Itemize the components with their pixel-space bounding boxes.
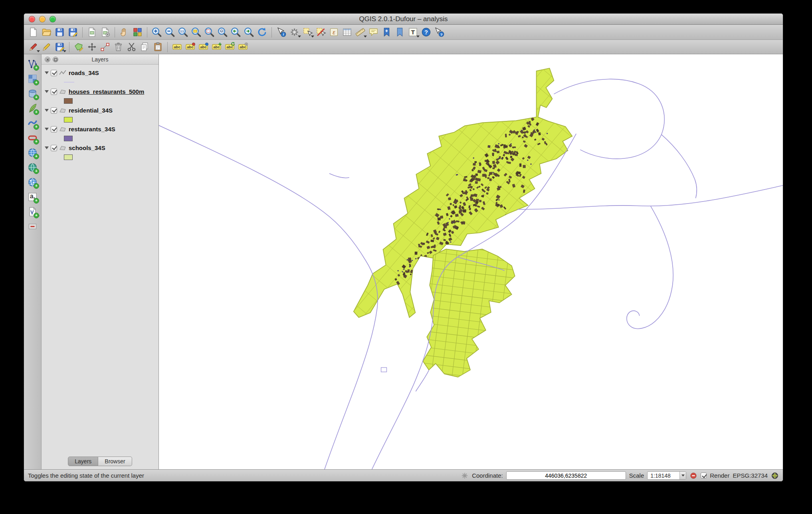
collapse-arrow-icon[interactable] — [45, 109, 49, 112]
layer-visibility-checkbox[interactable] — [51, 70, 57, 76]
layer-visibility-checkbox[interactable] — [51, 107, 57, 114]
new-project-icon[interactable] — [27, 26, 40, 38]
render-checkbox[interactable] — [701, 472, 707, 478]
node-tool-icon[interactable] — [99, 41, 111, 53]
select-features-icon[interactable] — [301, 26, 314, 38]
save-project-icon[interactable] — [53, 26, 66, 38]
layer-name[interactable]: restaurants_34S — [69, 126, 115, 132]
layer-name[interactable]: houses_restaurants_500m — [69, 88, 144, 95]
add-postgis-layer-icon[interactable] — [26, 87, 39, 100]
layer-visibility-checkbox[interactable] — [51, 126, 57, 132]
copy-features-icon[interactable] — [139, 41, 151, 53]
stop-rendering-icon[interactable] — [689, 472, 697, 480]
new-shapefile-layer-icon[interactable] — [26, 205, 39, 218]
label-move-icon[interactable] — [210, 41, 223, 53]
toggle-editing-icon[interactable] — [40, 41, 53, 53]
layer-visibility-checkbox[interactable] — [51, 145, 57, 151]
remove-layer-icon[interactable] — [26, 220, 39, 233]
pan-map-icon[interactable] — [118, 26, 131, 38]
refresh-map-icon[interactable] — [256, 26, 268, 38]
measure-line-icon[interactable] — [354, 26, 366, 38]
save-layer-edits-icon[interactable] — [53, 41, 66, 53]
zoom-to-selection-icon[interactable] — [203, 26, 216, 38]
add-wms-layer-icon[interactable] — [26, 146, 39, 159]
new-composer-icon[interactable] — [86, 26, 98, 38]
tab-layers[interactable]: Layers — [68, 457, 98, 466]
text-annotation-icon[interactable] — [407, 26, 419, 38]
close-panel-icon[interactable] — [45, 57, 50, 62]
chevron-down-icon[interactable] — [679, 472, 686, 479]
title-bar[interactable]: QGIS 2.0.1-Dufour – analysis — [24, 14, 783, 25]
add-raster-layer-icon[interactable] — [26, 72, 39, 85]
help-contents-icon[interactable] — [420, 26, 432, 38]
polygon-layer-type-icon — [59, 145, 67, 151]
layer-symbol-swatch[interactable] — [64, 117, 73, 123]
layer-symbol-swatch[interactable] — [64, 136, 73, 141]
map-tips-icon[interactable] — [367, 26, 380, 38]
scale-combo[interactable]: 1:18148 — [647, 471, 686, 480]
open-project-icon[interactable] — [40, 26, 53, 38]
dropdown-arrow-icon[interactable] — [416, 36, 420, 38]
collapse-arrow-icon[interactable] — [45, 128, 49, 130]
dropdown-arrow-icon[interactable] — [36, 215, 40, 217]
open-attribute-table-icon[interactable] — [341, 26, 353, 38]
label-show-hide-icon[interactable] — [197, 41, 210, 53]
zoom-last-icon[interactable] — [230, 26, 242, 38]
cut-features-icon[interactable] — [125, 41, 138, 53]
add-wcs-layer-icon[interactable] — [26, 161, 39, 174]
add-oracle-layer-icon[interactable] — [26, 131, 39, 144]
layer-name[interactable]: residential_34S — [69, 107, 113, 114]
add-spatialite-layer-icon[interactable] — [26, 102, 39, 115]
layer-symbol-swatch[interactable] — [64, 98, 73, 104]
dropdown-arrow-icon[interactable] — [37, 50, 40, 52]
pan-to-selection-icon[interactable] — [131, 26, 144, 38]
layer-name[interactable]: schools_34S — [69, 144, 105, 151]
run-feature-action-icon[interactable] — [288, 26, 301, 38]
dropdown-arrow-icon[interactable] — [298, 36, 301, 38]
layer-symbol-swatch[interactable] — [64, 82, 74, 83]
add-vector-layer-icon[interactable] — [26, 57, 39, 71]
zoom-in-icon[interactable] — [151, 26, 163, 38]
add-mssql-layer-icon[interactable] — [26, 117, 39, 130]
new-bookmark-icon[interactable] — [380, 26, 393, 38]
identify-features-icon[interactable] — [275, 26, 287, 38]
crs-status-icon[interactable] — [771, 472, 779, 480]
layers-panel-header[interactable]: Layers — [42, 54, 158, 65]
layer-symbol-swatch[interactable] — [64, 154, 73, 160]
zoom-next-icon[interactable] — [243, 26, 255, 38]
show-bookmarks-icon[interactable] — [394, 26, 406, 38]
tab-browser[interactable]: Browser — [98, 457, 132, 466]
delete-selected-icon[interactable] — [112, 41, 125, 53]
label-properties-icon[interactable] — [237, 41, 249, 53]
detach-panel-icon[interactable] — [53, 57, 58, 62]
deselect-features-icon[interactable] — [315, 26, 327, 38]
paste-features-icon[interactable] — [152, 41, 164, 53]
add-feature-icon[interactable] — [73, 41, 85, 53]
label-rotate-icon[interactable] — [224, 41, 236, 53]
collapse-arrow-icon[interactable] — [45, 146, 49, 149]
zoom-out-icon[interactable] — [164, 26, 176, 38]
label-pin-icon[interactable] — [184, 41, 196, 53]
layer-visibility-checkbox[interactable] — [51, 89, 57, 95]
mouse-position-icon[interactable] — [461, 472, 469, 480]
field-calculator-icon[interactable] — [328, 26, 340, 38]
collapse-arrow-icon[interactable] — [45, 90, 49, 93]
move-feature-icon[interactable] — [86, 41, 98, 53]
dropdown-arrow-icon[interactable] — [311, 36, 314, 38]
current-edits-icon[interactable] — [27, 41, 40, 53]
collapse-arrow-icon[interactable] — [45, 71, 49, 74]
composer-manager-icon[interactable] — [99, 26, 111, 38]
zoom-to-layer-icon[interactable] — [216, 26, 229, 38]
add-wfs-layer-icon[interactable] — [26, 176, 39, 189]
dropdown-arrow-icon[interactable] — [63, 50, 66, 52]
zoom-full-icon[interactable] — [190, 26, 202, 38]
zoom-native-icon[interactable] — [177, 26, 189, 38]
dropdown-arrow-icon[interactable] — [364, 36, 367, 38]
whats-this-icon[interactable] — [433, 26, 446, 38]
labeling-icon[interactable] — [171, 41, 183, 53]
save-project-as-icon[interactable] — [67, 26, 79, 38]
map-canvas[interactable] — [159, 54, 783, 469]
layer-name[interactable]: roads_34S — [69, 69, 99, 76]
coordinate-input[interactable] — [506, 471, 626, 480]
add-delimited-text-layer-icon[interactable] — [26, 190, 39, 204]
